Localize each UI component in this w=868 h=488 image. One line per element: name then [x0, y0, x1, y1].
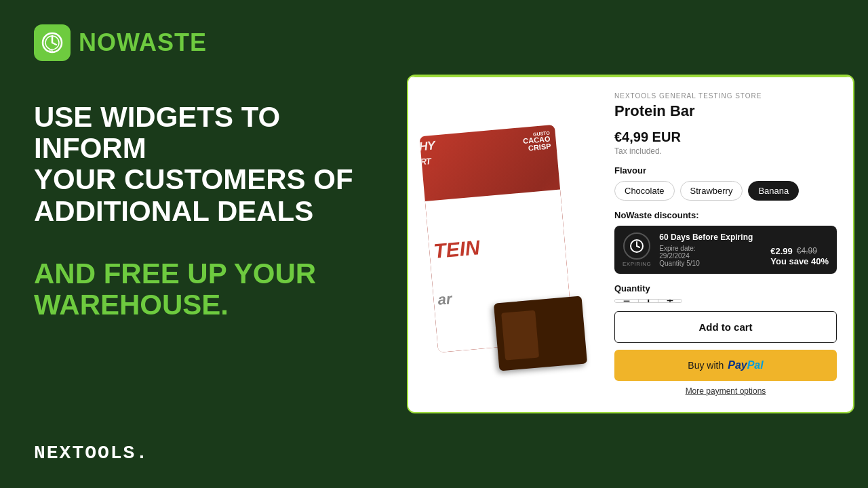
product-name: Protein Bar [614, 102, 837, 120]
flavour-banana[interactable]: Banana [748, 181, 799, 201]
expiring-badge: EXPIRING [623, 261, 651, 267]
subheadline-line4: AND FREE UP YOUR [34, 258, 373, 289]
flavour-label: Flavour [614, 165, 837, 176]
nextools-logo: NEXTOOLS. [34, 443, 149, 464]
logo-part1: NO [79, 28, 117, 56]
expire-date: 29/2/2024 [659, 252, 699, 260]
headline-block: USE WIDGETS TO INFORM YOUR CUSTOMERS OF … [34, 102, 373, 321]
nextools-logo-text: NEXTOOLS. [34, 443, 149, 464]
quantity-decrease-button[interactable]: − [615, 299, 638, 303]
product-card: HYRT GUSTO CACAOCRISP TEIN ar NEXTOOLS G… [407, 75, 854, 413]
paypal-button[interactable]: Buy with PayPal [614, 350, 837, 381]
quantity-label: Quantity [614, 283, 837, 293]
right-panel: HYRT GUSTO CACAOCRISP TEIN ar NEXTOOLS G… [407, 0, 868, 488]
discount-quantity: Quantity 5/10 [659, 260, 699, 267]
expire-label: Expire date: [659, 245, 699, 252]
expire-label-text: Expire date: [659, 245, 695, 252]
svg-line-3 [52, 43, 56, 45]
chocolate-piece [494, 296, 587, 371]
quantity-control: − 1 + [614, 299, 682, 303]
price-old: €4.99 [797, 246, 817, 256]
price-new: €2.99 [770, 246, 793, 256]
discount-card: EXPIRING 60 Days Before Expiring Expire … [614, 226, 837, 274]
product-price: €4,99 EUR [614, 129, 837, 145]
product-image-area: HYRT GUSTO CACAOCRISP TEIN ar [408, 76, 598, 413]
product-details: NEXTOOLS GENERAL TESTING STORE Protein B… [598, 76, 853, 412]
discount-prices: €2.99 €4.99 [770, 246, 829, 256]
headline-line1: USE WIDGETS TO INFORM [34, 102, 373, 164]
subheadline-line5: WAREHOUSE. [34, 289, 373, 321]
flavour-strawberry[interactable]: Strawberry [680, 181, 743, 201]
quantity-value: 1 [638, 299, 658, 303]
save-badge: You save 40% [770, 256, 829, 266]
left-panel: % NOWASTE USE WIDGETS TO INFORM YOUR CUS… [0, 0, 407, 488]
headline-line3: ADDITIONAL DEALS [34, 196, 373, 227]
svg-line-7 [637, 246, 639, 247]
discount-info: 60 Days Before Expiring Expire date: 29/… [659, 232, 829, 267]
buy-with-text: Buy with [688, 360, 724, 371]
svg-text:%: % [49, 48, 54, 53]
product-image: HYRT GUSTO CACAOCRISP TEIN ar [429, 130, 578, 361]
quantity-increase-button[interactable]: + [658, 299, 682, 303]
tax-info: Tax included. [614, 146, 837, 156]
store-name: NEXTOOLS GENERAL TESTING STORE [614, 92, 837, 100]
logo-area: % NOWASTE [34, 24, 373, 61]
headline-line2: YOUR CUSTOMERS OF [34, 164, 373, 195]
flavour-chocolate[interactable]: Chocolate [614, 181, 675, 201]
logo-part2: WASTE [117, 28, 207, 56]
logo-text: NOWASTE [79, 28, 207, 57]
nowaste-label: NoWaste discounts: [614, 210, 837, 220]
clock-column: EXPIRING [623, 232, 651, 267]
add-to-cart-button[interactable]: Add to cart [614, 311, 837, 343]
paypal-logo: PayPal [728, 359, 763, 371]
clock-icon [623, 232, 650, 260]
logo-icon: % [34, 24, 71, 61]
discount-details-row: Expire date: 29/2/2024 Quantity 5/10 €2.… [659, 245, 829, 267]
flavour-options: Chocolate Strawberry Banana [614, 181, 837, 201]
more-payment-options[interactable]: More payment options [614, 386, 837, 396]
discount-title: 60 Days Before Expiring [659, 232, 829, 242]
